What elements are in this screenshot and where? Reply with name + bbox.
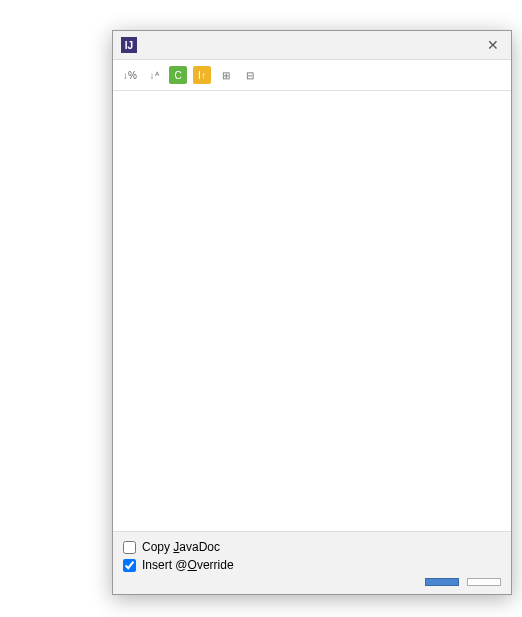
code-editor: [0, 0, 522, 27]
insert-override-checkbox[interactable]: Insert @Override: [123, 558, 501, 572]
intellij-icon: IJ: [121, 37, 137, 53]
show-interface-icon[interactable]: I↑: [193, 66, 211, 84]
show-class-icon[interactable]: C: [169, 66, 187, 84]
method-tree[interactable]: [113, 91, 511, 531]
dialog-toolbar: ↓% ↓ᴬ C I↑ ⊞ ⊟: [113, 60, 511, 91]
ok-button[interactable]: [425, 578, 459, 586]
dialog-footer: Copy JavaDoc Insert @Override: [113, 531, 511, 594]
dialog-titlebar: IJ ✕: [113, 31, 511, 60]
override-dialog: IJ ✕ ↓% ↓ᴬ C I↑ ⊞ ⊟ Copy JavaDoc Insert …: [112, 30, 512, 595]
cancel-button[interactable]: [467, 578, 501, 586]
sort-az-icon[interactable]: ↓ᴬ: [145, 66, 163, 84]
copy-javadoc-checkbox[interactable]: Copy JavaDoc: [123, 540, 501, 554]
expand-all-icon[interactable]: ⊞: [217, 66, 235, 84]
collapse-all-icon[interactable]: ⊟: [241, 66, 259, 84]
close-icon[interactable]: ✕: [483, 37, 503, 53]
sort-down-icon[interactable]: ↓%: [121, 66, 139, 84]
